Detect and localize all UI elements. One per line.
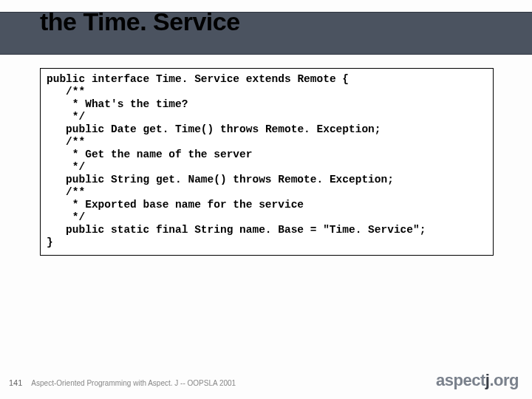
kw: extends [246,73,298,85]
code-line: * Get the name of the server [47,149,487,161]
code-line: } [47,236,487,249]
comment: * Exported base name for the service [47,199,304,211]
logo-part: aspect [436,371,485,389]
typename: Remote. Exception; [278,174,394,185]
sig: String get. Name() [111,174,233,185]
code-line: public Date get. Time() throws Remote. E… [47,123,487,136]
comment: */ [47,161,85,173]
kw: public static final [47,224,194,236]
kw: throws [220,123,265,135]
page-number: 141 [9,378,22,387]
kw: public [47,174,111,185]
typename: Remote. Exception; [265,123,381,135]
code-line: */ [47,161,487,174]
comment: * What's the time? [47,98,188,110]
code-line: * What's the time? [47,98,487,111]
kw: public [47,123,111,135]
kw: throws [233,174,278,185]
sig: String name. Base = "Time. Service"; [194,224,426,236]
slide-title: the Time. Service [40,7,240,36]
kw: public interface [47,73,156,85]
code-line: /** [47,186,487,199]
comment: /** [47,186,85,198]
footer-left: 141 Aspect-Oriented Programming with Asp… [9,378,236,387]
code-line: */ [47,111,487,123]
code-line: /** [47,86,487,98]
code-line: /** [47,136,487,149]
code-frame: public interface Time. Service extends R… [40,68,494,256]
code-line: * Exported base name for the service [47,199,487,211]
comment: */ [47,111,85,123]
footer-caption: Aspect-Oriented Programming with Aspect.… [31,379,236,387]
typename: Time. Service [156,73,246,85]
logo-part: .org [489,371,519,389]
comment: /** [47,136,85,148]
comment: */ [47,211,85,223]
code-line: public String get. Name() throws Remote.… [47,174,487,186]
typename: Remote { [297,73,349,85]
code-line: public interface Time. Service extends R… [47,73,487,86]
code-line: */ [47,211,487,224]
code-line: public static final String name. Base = … [47,224,487,236]
sig: Date get. Time() [111,123,220,135]
brace: } [47,236,53,248]
comment: * Get the name of the server [47,149,252,160]
logo: aspectj.org [436,371,519,390]
comment: /** [47,86,85,98]
